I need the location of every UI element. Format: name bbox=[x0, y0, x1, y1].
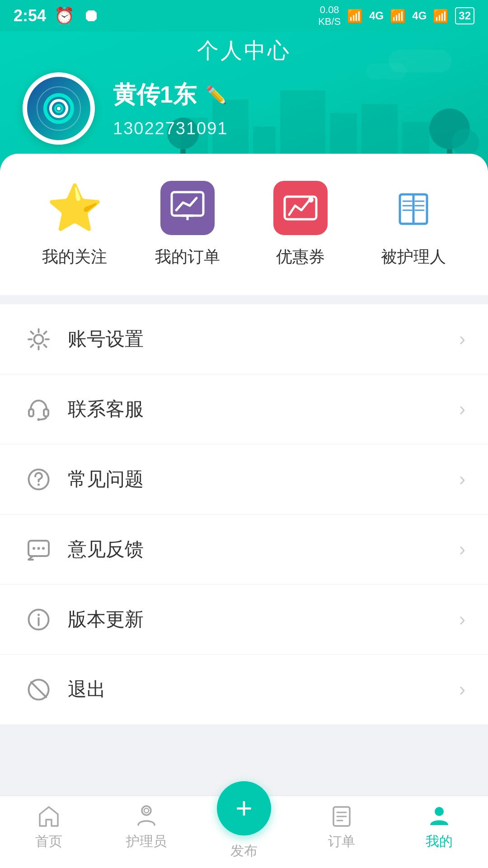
nav-item-nurse[interactable]: 护理员 bbox=[98, 804, 195, 851]
home-nav-label: 首页 bbox=[35, 832, 62, 851]
question-icon bbox=[26, 467, 51, 492]
svg-point-21 bbox=[37, 547, 40, 550]
battery-level: 32 bbox=[459, 9, 471, 22]
info-icon-area bbox=[23, 604, 54, 635]
account-settings-arrow: › bbox=[459, 328, 465, 350]
record-icon: ⏺ bbox=[83, 6, 99, 25]
ban-icon bbox=[26, 677, 51, 702]
time-display: 2:54 bbox=[14, 6, 46, 25]
gear-icon bbox=[26, 327, 51, 352]
coupon-icon bbox=[282, 190, 319, 226]
gear-icon-area bbox=[23, 323, 54, 355]
svg-point-6 bbox=[308, 197, 314, 203]
customer-service-arrow: › bbox=[459, 398, 465, 420]
monitor-icon bbox=[169, 190, 206, 226]
avatar bbox=[27, 77, 90, 140]
svg-point-22 bbox=[42, 547, 45, 550]
nav-item-orders[interactable]: 订单 bbox=[293, 804, 390, 851]
quick-item-caretaker[interactable]: 被护理人 bbox=[368, 181, 459, 268]
nav-item-mine[interactable]: 我的 bbox=[390, 804, 488, 851]
main-content: ⭐ 我的关注 我的订单 bbox=[0, 154, 488, 796]
status-right: 0.08KB/S 📶 4G 📶 4G 📶 32 bbox=[318, 4, 474, 28]
svg-point-29 bbox=[144, 808, 149, 813]
question-icon-area bbox=[23, 463, 54, 495]
ban-icon-area bbox=[23, 674, 54, 705]
phone-number: 13022731091 bbox=[113, 119, 228, 138]
menu-item-customer-service[interactable]: 联系客服 › bbox=[0, 374, 488, 444]
quick-item-favorites[interactable]: ⭐ 我的关注 bbox=[29, 181, 120, 268]
nav-item-home[interactable]: 首页 bbox=[0, 804, 98, 851]
coupons-label: 优惠券 bbox=[276, 246, 325, 268]
chat-icon bbox=[26, 537, 51, 562]
favorites-label: 我的关注 bbox=[42, 246, 107, 268]
caretaker-label: 被护理人 bbox=[381, 246, 446, 268]
edit-icon[interactable]: ✏️ bbox=[206, 85, 227, 105]
quick-access-section: ⭐ 我的关注 我的订单 bbox=[0, 154, 488, 295]
clock-icon: ⏰ bbox=[54, 6, 75, 25]
feedback-label: 意见反馈 bbox=[68, 537, 459, 562]
status-bar: 2:54 ⏰ ⏺ 0.08KB/S 📶 4G 📶 4G 📶 32 bbox=[0, 0, 488, 32]
network-speed: 0.08KB/S bbox=[318, 4, 341, 28]
faq-arrow: › bbox=[459, 468, 465, 490]
coupons-icon-wrapper bbox=[273, 181, 328, 235]
quick-item-coupons[interactable]: 优惠券 bbox=[255, 181, 346, 268]
logout-arrow: › bbox=[459, 679, 465, 700]
svg-line-27 bbox=[31, 682, 46, 697]
svg-point-25 bbox=[38, 613, 40, 616]
logout-label: 退出 bbox=[68, 677, 459, 702]
star-icon: ⭐ bbox=[47, 181, 103, 235]
svg-point-13 bbox=[34, 335, 43, 344]
svg-point-34 bbox=[435, 807, 444, 816]
orders-icon-wrapper bbox=[160, 181, 215, 235]
quick-item-orders[interactable]: 我的订单 bbox=[142, 181, 233, 268]
signal-bars-2: 📶 bbox=[433, 9, 449, 24]
menu-item-feedback[interactable]: 意见反馈 › bbox=[0, 514, 488, 585]
nurse-icon bbox=[135, 804, 158, 828]
feedback-arrow: › bbox=[459, 538, 465, 560]
menu-item-update[interactable]: 版本更新 › bbox=[0, 585, 488, 655]
profile-name-row: 黄传1东 ✏️ bbox=[113, 79, 228, 111]
orders-label: 我的订单 bbox=[155, 246, 220, 268]
svg-point-28 bbox=[142, 806, 151, 815]
customer-service-label: 联系客服 bbox=[68, 396, 459, 422]
account-settings-label: 账号设置 bbox=[68, 326, 459, 352]
wifi-icon: 📶 bbox=[347, 9, 363, 24]
orders-nav-label: 订单 bbox=[328, 832, 355, 851]
signal-bars-1: 📶 bbox=[390, 9, 406, 24]
bottom-nav: 首页 护理员 + 发布 订单 我的 bbox=[0, 796, 488, 868]
avatar-logo-icon bbox=[36, 86, 81, 131]
battery-indicator: 32 bbox=[455, 7, 474, 24]
orders-nav-icon bbox=[330, 804, 353, 828]
profile-section: 黄传1东 ✏️ 13022731091 bbox=[23, 72, 228, 145]
profile-info: 黄传1东 ✏️ 13022731091 bbox=[113, 79, 228, 138]
mine-nav-label: 我的 bbox=[426, 832, 453, 851]
menu-item-faq[interactable]: 常见问题 › bbox=[0, 444, 488, 514]
menu-item-logout[interactable]: 退出 › bbox=[0, 655, 488, 724]
avatar-wrapper[interactable] bbox=[23, 72, 95, 145]
svg-point-20 bbox=[33, 547, 35, 550]
nav-item-publish[interactable]: + 发布 bbox=[195, 795, 293, 860]
svg-point-1 bbox=[57, 107, 61, 110]
username-text: 黄传1东 bbox=[113, 79, 197, 111]
update-label: 版本更新 bbox=[68, 607, 459, 632]
menu-list: 账号设置 › 联系客服 › bbox=[0, 304, 488, 724]
svg-point-16 bbox=[37, 418, 40, 421]
menu-item-account-settings[interactable]: 账号设置 › bbox=[0, 304, 488, 374]
caretaker-icon-wrapper bbox=[386, 181, 441, 235]
mine-icon bbox=[427, 804, 451, 828]
publish-button[interactable]: + bbox=[217, 781, 271, 835]
favorites-icon-wrapper: ⭐ bbox=[47, 181, 102, 235]
nurse-nav-label: 护理员 bbox=[126, 832, 167, 851]
home-icon bbox=[37, 804, 61, 828]
signal-icon-4g-1: 4G bbox=[369, 9, 384, 22]
headset-icon bbox=[26, 397, 51, 422]
book-icon bbox=[395, 190, 432, 226]
cloud-deco-2 bbox=[366, 63, 407, 80]
plus-icon: + bbox=[235, 794, 252, 823]
status-left: 2:54 ⏰ ⏺ bbox=[14, 6, 99, 25]
page-title: 个人中心 bbox=[0, 36, 488, 65]
update-arrow: › bbox=[459, 609, 465, 630]
faq-label: 常见问题 bbox=[68, 467, 459, 492]
publish-nav-label: 发布 bbox=[230, 842, 258, 860]
headset-icon-area bbox=[23, 393, 54, 425]
